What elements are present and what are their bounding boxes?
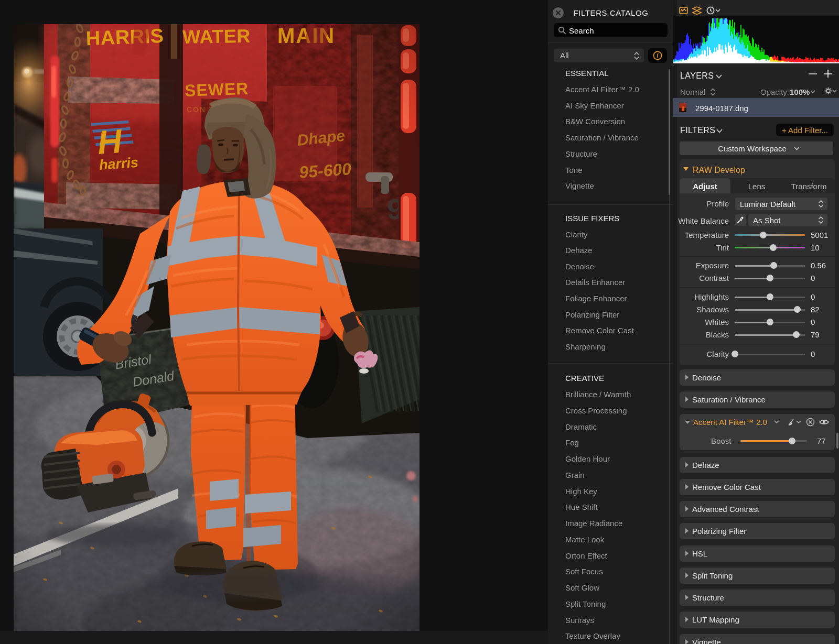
svg-text:i: i xyxy=(657,52,659,59)
